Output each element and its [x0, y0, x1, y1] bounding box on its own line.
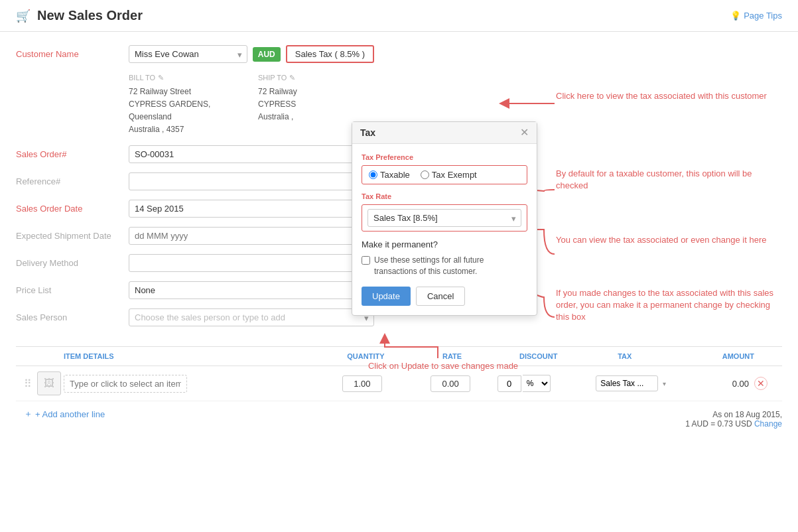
reference-label: Reference#	[16, 172, 129, 186]
annotation-5: Click on Update to save changes made	[364, 360, 523, 372]
exchange-rate-line1: As on 18 Aug 2015,	[685, 410, 782, 419]
cancel-button[interactable]: Cancel	[416, 287, 465, 306]
aud-badge[interactable]: AUD	[253, 47, 281, 62]
taxable-option[interactable]: Taxable	[369, 170, 410, 180]
customer-name-label: Customer Name	[16, 45, 129, 59]
permanent-checkbox-row: Use these settings for all future transa…	[362, 255, 527, 277]
delivery-method-select[interactable]	[129, 254, 374, 272]
sales-person-label: Sales Person	[16, 308, 129, 322]
item-table: ITEM DETAILS QUANTITY RATE DISCOUNT TAX …	[16, 346, 782, 427]
ship-to-label: SHIP TO	[258, 72, 287, 84]
bill-to-label: BILL TO	[129, 72, 155, 84]
item-select-input[interactable]	[64, 375, 187, 393]
tax-exempt-label: Tax Exempt	[432, 170, 477, 180]
update-button[interactable]: Update	[362, 287, 411, 306]
col-tax-header: TAX	[582, 352, 668, 360]
price-list-select[interactable]: None	[129, 281, 374, 299]
sales-order-date-input[interactable]	[129, 200, 374, 218]
quantity-input[interactable]	[342, 375, 382, 392]
sales-order-date-label: Sales Order Date	[16, 200, 129, 214]
price-list-row: Price List None	[16, 281, 374, 299]
bill-to-edit-icon[interactable]: ✎	[158, 72, 164, 84]
sales-person-select[interactable]: Choose the sales person or type to add	[129, 308, 374, 326]
permanent-checkbox-label: Use these settings for all future transa…	[374, 255, 527, 277]
add-line-icon: ＋	[24, 408, 33, 420]
page-title: New Sales Order	[37, 8, 143, 23]
tax-exempt-radio[interactable]	[421, 170, 429, 179]
address-row: BILL TO ✎ 72 Railway Street CYPRESS GARD…	[129, 72, 374, 136]
col-rate-header: RATE	[409, 352, 496, 360]
delivery-method-row: Delivery Method	[16, 254, 374, 272]
drag-handle[interactable]: ⠿	[24, 378, 32, 389]
discount-group: % flat	[498, 375, 580, 392]
tax-rate-section: Sales Tax [8.5%]	[362, 204, 527, 232]
col-amt-header: AMOUNT	[668, 352, 754, 360]
add-another-line[interactable]: ＋ + Add another line	[16, 401, 782, 427]
bill-address-line3: Australia , 4357	[129, 123, 245, 136]
taxable-radio[interactable]	[369, 170, 377, 179]
make-permanent-label: Make it permanent?	[362, 239, 527, 249]
bill-address-line1: 72 Railway Street	[129, 86, 245, 98]
price-list-label: Price List	[16, 281, 129, 295]
reference-row: Reference#	[16, 172, 374, 190]
customer-name-field: Miss Eve Cowan AUD Sales Tax ( 8.5% )	[129, 45, 374, 63]
modal-title: Tax	[360, 127, 375, 138]
annotation-3: You can view the tax associated or even …	[556, 234, 781, 246]
rate-input[interactable]	[431, 375, 470, 392]
exchange-rate-change[interactable]: Change	[754, 419, 782, 429]
col-qty-header: QUANTITY	[322, 352, 409, 360]
expected-shipment-label: Expected Shipment Date	[16, 227, 129, 241]
page-tips-link[interactable]: 💡 Page Tips	[730, 11, 782, 21]
modal-close-button[interactable]: ✕	[520, 127, 529, 138]
col-item-header: ITEM DETAILS	[64, 352, 322, 360]
tax-preference-section: Taxable Tax Exempt	[362, 165, 527, 184]
modal-body: Tax Preference Taxable Tax Exempt Tax Ra…	[352, 144, 537, 315]
delivery-method-label: Delivery Method	[16, 254, 129, 268]
sales-person-row: Sales Person Choose the sales person or …	[16, 308, 374, 326]
ship-address-line1: 72 Railway	[258, 86, 374, 98]
bulb-icon: 💡	[730, 11, 741, 21]
modal-header: Tax ✕	[352, 122, 537, 144]
sales-order-label: Sales Order#	[16, 145, 129, 159]
item-image: 🖼	[37, 371, 61, 395]
page-header-left: 🛒 New Sales Order	[16, 8, 143, 23]
customer-name-row: Customer Name Miss Eve Cowan AUD Sales T…	[16, 45, 374, 63]
annotation-4: If you made changes to the tax associate…	[556, 287, 781, 324]
sales-order-date-row: Sales Order Date	[16, 200, 374, 218]
taxable-label: Taxable	[380, 170, 410, 180]
modal-actions: Update Cancel	[362, 287, 527, 306]
sales-tax-button[interactable]: Sales Tax ( 8.5% )	[286, 45, 374, 63]
permanent-checkbox[interactable]	[362, 256, 370, 265]
discount-input[interactable]	[498, 375, 521, 392]
ship-address-line2: CYPRESS	[258, 98, 374, 111]
exchange-rate-block: As on 18 Aug 2015, 1 AUD = 0.73 USD Chan…	[685, 410, 782, 429]
cart-icon: 🛒	[16, 9, 31, 23]
amount-value: 0.00	[732, 379, 754, 389]
tax-rate-label: Tax Rate	[362, 192, 527, 200]
tax-select-arrow-icon: ▾	[663, 380, 666, 387]
reference-input[interactable]	[129, 172, 374, 190]
tax-select-wrapper: Sales Tax ... ▾	[586, 375, 669, 391]
tax-exempt-option[interactable]: Tax Exempt	[421, 170, 477, 180]
discount-type-select[interactable]: % flat	[523, 375, 551, 392]
expected-shipment-row: Expected Shipment Date	[16, 227, 374, 245]
col-disc-header: DISCOUNT	[496, 352, 582, 360]
tax-preference-label: Tax Preference	[362, 153, 527, 161]
bill-to-block: BILL TO ✎ 72 Railway Street CYPRESS GARD…	[129, 72, 245, 136]
bill-address-line2: CYPRESS GARDENS, Queensland	[129, 98, 245, 123]
sales-order-row: Sales Order#	[16, 145, 374, 163]
tax-modal: Tax ✕ Tax Preference Taxable Tax Exempt	[352, 121, 537, 316]
annotation-1: Click here to view the tax associated wi…	[556, 90, 781, 102]
row-tax-select[interactable]: Sales Tax ...	[596, 375, 658, 391]
exchange-rate-line2: 1 AUD = 0.73 USD Change	[685, 419, 782, 429]
delete-row-button[interactable]: ✕	[754, 377, 767, 390]
expected-shipment-input[interactable]	[129, 227, 374, 245]
ship-to-edit-icon[interactable]: ✎	[289, 72, 295, 84]
image-placeholder-icon: 🖼	[44, 377, 54, 389]
annotation-2: By default for a taxable customer, this …	[556, 168, 781, 192]
tax-rate-select[interactable]: Sales Tax [8.5%]	[367, 209, 521, 227]
customer-name-select[interactable]: Miss Eve Cowan	[129, 45, 247, 63]
sales-order-input[interactable]	[129, 145, 374, 163]
